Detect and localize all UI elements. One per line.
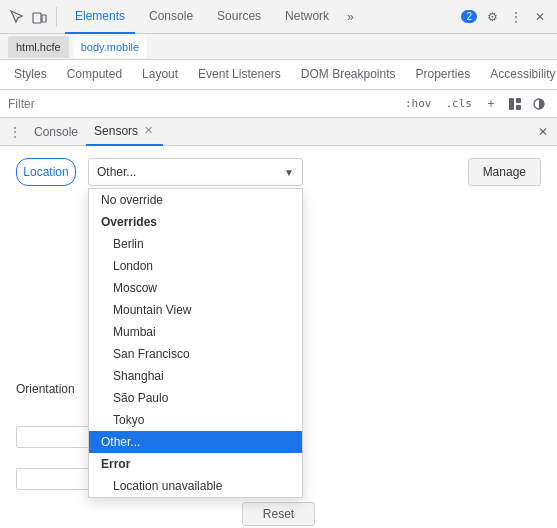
dropdown-item-london[interactable]: London [89, 255, 302, 277]
filter-buttons: :hov .cls + [400, 94, 549, 114]
dropdown-item-location-unavailable[interactable]: Location unavailable [89, 475, 302, 497]
tab-sources[interactable]: Sources [207, 0, 271, 34]
notification-badge: 2 [461, 10, 477, 23]
add-rule-icon[interactable]: + [481, 94, 501, 114]
device-toggle-icon[interactable] [30, 8, 48, 26]
location-dropdown-container: Other... ▼ No override Overrides Berlin … [88, 158, 456, 186]
tab-accessibility[interactable]: Accessibility [480, 60, 557, 90]
separator [56, 7, 57, 27]
panel-menu-icon[interactable]: ⋮ [4, 124, 26, 140]
settings-icon[interactable]: ⚙ [483, 8, 501, 26]
dropdown-item-mumbai[interactable]: Mumbai [89, 321, 302, 343]
dropdown-item-shanghai[interactable]: Shanghai [89, 365, 302, 387]
dropdown-item-error[interactable]: Error [89, 453, 302, 475]
sensors-panel-content: Location Other... ▼ No override Override… [0, 146, 557, 528]
tab-properties[interactable]: Properties [406, 60, 481, 90]
dropdown-item-moscow[interactable]: Moscow [89, 277, 302, 299]
dropdown-item-mountain-view[interactable]: Mountain View [89, 299, 302, 321]
svg-rect-2 [509, 98, 514, 110]
inspect-icon[interactable] [8, 8, 26, 26]
reset-button[interactable]: Reset [242, 502, 315, 526]
dropdown-item-no-override[interactable]: No override [89, 189, 302, 211]
close-panel-icon[interactable]: ✕ [533, 122, 553, 142]
svg-rect-3 [516, 98, 521, 103]
svg-rect-0 [33, 13, 41, 23]
manage-button[interactable]: Manage [468, 158, 541, 186]
dark-mode-icon[interactable] [529, 94, 549, 114]
location-dropdown-menu: No override Overrides Berlin London Mosc… [88, 188, 303, 498]
tab-sensors-panel[interactable]: Sensors ✕ [86, 118, 163, 146]
svg-rect-1 [42, 15, 46, 22]
location-dropdown[interactable]: Other... ▼ [88, 158, 303, 186]
tab-styles[interactable]: Styles [4, 60, 57, 90]
styles-tabs-row: Styles Computed Layout Event Listeners D… [0, 60, 557, 90]
tab-console[interactable]: Console [139, 0, 203, 34]
panel-tabs-row: ⋮ Console Sensors ✕ ✕ [0, 118, 557, 146]
more-tabs-button[interactable]: » [343, 10, 358, 24]
dropdown-item-overrides[interactable]: Overrides [89, 211, 302, 233]
dropdown-item-sao-paulo[interactable]: São Paulo [89, 387, 302, 409]
file-tab-body[interactable]: body.mobile [73, 36, 148, 58]
tab-elements[interactable]: Elements [65, 0, 135, 34]
file-tab-html[interactable]: html.hcfe [8, 36, 69, 58]
close-sensors-tab[interactable]: ✕ [142, 123, 155, 138]
svg-rect-4 [516, 105, 521, 110]
tab-network[interactable]: Network [275, 0, 339, 34]
dropdown-arrow-icon: ▼ [284, 167, 294, 178]
dropdown-item-other[interactable]: Other... [89, 431, 302, 453]
reset-row: Reset [16, 502, 541, 526]
tab-dom-breakpoints[interactable]: DOM Breakpoints [291, 60, 406, 90]
file-tabs-row: html.hcfe body.mobile [0, 34, 557, 60]
tab-layout[interactable]: Layout [132, 60, 188, 90]
filter-input[interactable] [8, 97, 396, 111]
close-devtools-icon[interactable]: ✕ [531, 8, 549, 26]
devtools-toolbar: Elements Console Sources Network » 2 ⚙ ⋮… [0, 0, 557, 34]
location-row: Location Other... ▼ No override Override… [16, 158, 541, 186]
dropdown-item-san-francisco[interactable]: San Francisco [89, 343, 302, 365]
dropdown-item-tokyo[interactable]: Tokyo [89, 409, 302, 431]
tab-console-panel[interactable]: Console [26, 118, 86, 146]
location-label: Location [16, 158, 76, 186]
more-options-icon[interactable]: ⋮ [507, 8, 525, 26]
dropdown-item-berlin[interactable]: Berlin [89, 233, 302, 255]
orientation-label: Orientation [16, 382, 88, 396]
filter-row: :hov .cls + [0, 90, 557, 118]
tab-event-listeners[interactable]: Event Listeners [188, 60, 291, 90]
tab-computed[interactable]: Computed [57, 60, 132, 90]
toolbar-right: 2 ⚙ ⋮ ✕ [461, 8, 549, 26]
hov-button[interactable]: :hov [400, 95, 437, 112]
layout-icon[interactable] [505, 94, 525, 114]
cls-button[interactable]: .cls [441, 95, 478, 112]
